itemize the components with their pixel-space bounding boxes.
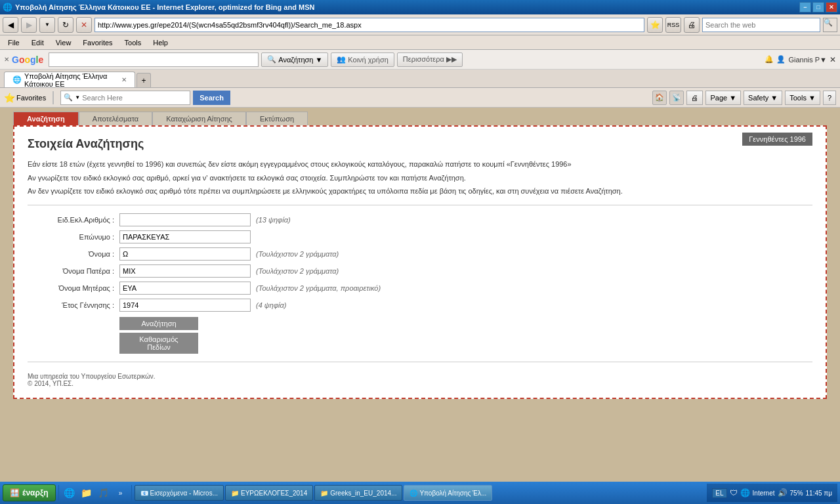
form-row-3: Όνομα Πατέρα : (Τουλάχιστον 2 γράμματα): [28, 264, 812, 278]
tab-results[interactable]: Αποτελέσματα: [79, 112, 152, 125]
ie-search-input[interactable]: [82, 94, 187, 102]
ie-toolbar: ⭐ Favorites 🔍 ▼ Search 🏠 📡 🖨 Page ▼ Safe…: [0, 88, 840, 108]
print-toolbar-button[interactable]: 🖨: [686, 91, 703, 105]
explorer-quick-icon[interactable]: 📁: [79, 485, 94, 501]
dropdown-button[interactable]: ▼: [39, 17, 55, 33]
start-label: έναρξη: [22, 488, 49, 497]
taskbar-divider: [58, 485, 59, 501]
web-search-button[interactable]: 🔍: [823, 18, 837, 32]
toolbar-divider: [52, 91, 54, 104]
user-name[interactable]: Giannis P▼: [788, 56, 827, 64]
address-input[interactable]: [94, 18, 644, 32]
ie-search-button[interactable]: Search: [193, 91, 230, 105]
google-search-icon: 🔍: [267, 55, 276, 64]
google-more-button[interactable]: Περισσότερα ▶▶: [397, 52, 463, 67]
input-birthyear[interactable]: [119, 299, 251, 312]
hint-mother: (Τουλάχιστον 2 γράμματα, προαιρετικό): [256, 284, 381, 292]
main-area: Αναζήτηση Αποτελέσματα Καταχώριση Αίτηση…: [0, 108, 840, 488]
menu-help[interactable]: Help: [148, 37, 173, 48]
form-container: Ειδ.Εκλ.Αριθμός : (13 ψηφία) Επώνυμο : Ό…: [28, 213, 812, 354]
hint-father: (Τουλάχιστον 2 γράμματα): [256, 267, 339, 275]
tab-label: Υποβολή Αίτησης Έλληνα Κάτοικου ΕΕ: [24, 72, 119, 88]
browser-tab-active[interactable]: 🌐 Υποβολή Αίτησης Έλληνα Κάτοικου ΕΕ ✕: [4, 72, 135, 87]
media-quick-icon[interactable]: 🎵: [96, 485, 112, 501]
form-buttons: Αναζήτηση Καθαρισμός Πεδίων: [119, 317, 812, 354]
input-surname[interactable]: [119, 230, 251, 243]
tab-submission[interactable]: Καταχώριση Αίτησης: [152, 112, 246, 125]
web-search-input[interactable]: [702, 18, 820, 32]
close-button[interactable]: ✕: [826, 2, 837, 12]
close-toolbar-icon[interactable]: ✕: [4, 56, 9, 63]
refresh-button[interactable]: ↻: [58, 17, 74, 33]
search-button[interactable]: Αναζήτηση: [119, 317, 198, 330]
inbox-icon: 📧: [140, 490, 148, 497]
form-row-0: Ειδ.Εκλ.Αριθμός : (13 ψηφία): [28, 213, 812, 226]
rss-icon[interactable]: RSS: [665, 17, 681, 33]
content-header: Στοιχεία Αναζήτησης Γεννηθέντες 1996: [28, 137, 812, 151]
ie-quick-icon[interactable]: 🌐: [62, 485, 77, 501]
forward-button[interactable]: ▶: [21, 17, 37, 33]
taskbar-app-inbox[interactable]: 📧 Εισερχόμενα - Micros...: [135, 485, 224, 501]
ie-app-icon: 🌐: [410, 490, 417, 497]
safety-button[interactable]: Safety ▼: [744, 91, 782, 105]
restore-button[interactable]: □: [812, 2, 824, 12]
help-toolbar-button[interactable]: ?: [823, 91, 836, 105]
google-share-button[interactable]: 👥 Κοινή χρήση: [331, 52, 394, 67]
start-button[interactable]: 🪟 έναρξη: [3, 484, 56, 501]
page-button[interactable]: Page ▼: [705, 91, 741, 105]
google-search-input[interactable]: [49, 52, 259, 67]
title-bar: 🌐 Υποβολή Αίτησης Έλληνα Κάτοικου ΕΕ - I…: [0, 0, 840, 14]
tab-search[interactable]: Αναζήτηση: [13, 112, 79, 125]
rss-toolbar-button[interactable]: 📡: [669, 91, 684, 105]
favorites-label[interactable]: Favorites: [16, 94, 46, 102]
label-birthyear: Έτος Γέννησης :: [28, 301, 119, 309]
bell-icon[interactable]: 🔔: [765, 55, 774, 64]
google-toolbar: ✕ Google 🔍 Αναζήτηση ▼ 👥 Κοινή χρήση Περ…: [0, 50, 840, 70]
zoom-label: 75%: [790, 490, 803, 497]
label-father: Όνομα Πατέρα :: [28, 267, 119, 275]
footer-text: Μια υπηρεσία του Υπουργείου Εσωτερικών. …: [28, 373, 812, 387]
new-tab-button[interactable]: +: [136, 73, 151, 87]
page-title: Στοιχεία Αναζήτησης: [28, 137, 812, 151]
menu-view[interactable]: View: [51, 37, 77, 48]
print-icon[interactable]: 🖨: [684, 17, 700, 33]
back-button[interactable]: ◀: [3, 17, 18, 33]
form-row-5: Έτος Γέννησης : (4 ψηφία): [28, 299, 812, 312]
share-icon: 👥: [337, 55, 346, 64]
minimize-button[interactable]: −: [799, 2, 811, 12]
tab-close-button[interactable]: ✕: [121, 76, 127, 83]
input-mother[interactable]: [119, 282, 251, 295]
menu-edit[interactable]: Edit: [26, 37, 49, 48]
born1996-button[interactable]: Γεννηθέντες 1996: [742, 133, 812, 146]
tools-toolbar-button[interactable]: Tools ▼: [785, 91, 820, 105]
footer-line-1: Μια υπηρεσία του Υπουργείου Εσωτερικών.: [28, 373, 812, 380]
quick-launch: 🌐 📁 🎵 »: [62, 485, 129, 501]
folder-icon: 📁: [231, 490, 239, 497]
menu-bar: File Edit View Favorites Tools Help: [0, 35, 840, 50]
input-name[interactable]: [119, 247, 251, 261]
favorites-icon[interactable]: ⭐: [647, 17, 663, 33]
input-electoral-num[interactable]: [119, 213, 251, 226]
taskbar-app-submission[interactable]: 🌐 Υποβολή Αίτησης Έλ...: [404, 485, 492, 501]
google-search-button[interactable]: 🔍 Αναζήτηση ▼: [261, 52, 328, 67]
menu-file[interactable]: File: [3, 37, 25, 48]
lang-indicator[interactable]: EL: [712, 488, 726, 498]
toolbar-close-icon[interactable]: ✕: [830, 55, 836, 64]
clear-button[interactable]: Καθαρισμός Πεδίων: [119, 333, 198, 354]
stop-button[interactable]: ✕: [76, 17, 92, 33]
label-surname: Επώνυμο :: [28, 233, 119, 241]
nav-tabs: Αναζήτηση Αποτελέσματα Καταχώριση Αίτηση…: [13, 112, 827, 125]
taskbar-app-elections[interactable]: 📁 ΕΥΡΩΕΚΛΟΓΕΣ_2014: [225, 485, 313, 501]
taskbar-app-greeks[interactable]: 📁 Greeks_in_EU_2014...: [314, 485, 402, 501]
taskbar: 🪟 έναρξη 🌐 📁 🎵 » 📧 Εισερχόμενα - Micros.…: [0, 482, 840, 504]
search-dropdown-icon[interactable]: ▼: [75, 94, 80, 100]
title-bar-controls: − □ ✕: [799, 2, 837, 12]
title-bar-left: 🌐 Υποβολή Αίτησης Έλληνα Κάτοικου ΕΕ - I…: [3, 3, 314, 12]
more-quick-icon[interactable]: »: [113, 485, 129, 501]
home-button[interactable]: 🏠: [652, 91, 667, 105]
input-father[interactable]: [119, 264, 251, 278]
menu-tools[interactable]: Tools: [119, 37, 147, 48]
menu-favorites[interactable]: Favorites: [77, 37, 117, 48]
tab-print[interactable]: Εκτύπωση: [246, 112, 308, 125]
tab-bar: 🌐 Υποβολή Αίτησης Έλληνα Κάτοικου ΕΕ ✕ +: [0, 70, 840, 88]
